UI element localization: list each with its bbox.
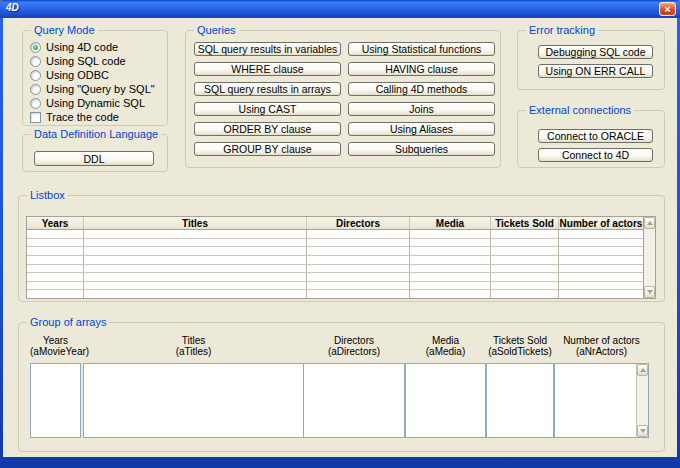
table-row[interactable]	[27, 230, 643, 239]
button-sql-query-results-in-arrays[interactable]: SQL query results in arrays	[194, 82, 341, 96]
scroll-track[interactable]	[644, 229, 655, 286]
table-cell	[84, 282, 307, 290]
column-header-media[interactable]: Media	[410, 217, 491, 229]
table-cell	[27, 239, 84, 247]
table-cell	[559, 239, 643, 247]
column-header-titles[interactable]: Titles	[84, 217, 307, 229]
radio-button-icon[interactable]	[30, 84, 41, 95]
button-having-clause[interactable]: HAVING clause	[348, 62, 495, 76]
scroll-down-button[interactable]	[644, 286, 655, 298]
table-cell	[410, 282, 491, 290]
table-cell	[410, 290, 491, 298]
scroll-track[interactable]	[637, 376, 648, 425]
button-debugging-sql-code[interactable]: Debugging SQL code	[538, 45, 653, 59]
scroll-up-button[interactable]	[644, 217, 655, 229]
listbox-group-label: Listbox	[27, 189, 68, 201]
radio-label: Using Dynamic SQL	[46, 97, 145, 109]
radio-using-dynamic-sql[interactable]: Using Dynamic SQL	[30, 96, 163, 110]
table-row[interactable]	[27, 290, 643, 298]
array-listbox-tickets-sold[interactable]	[486, 363, 554, 438]
titlebar[interactable]: 4D ×	[0, 0, 680, 18]
table-cell	[27, 247, 84, 255]
table-cell	[491, 247, 559, 255]
listbox-vertical-scrollbar[interactable]	[643, 217, 655, 298]
array-listbox-titles[interactable]	[83, 363, 304, 438]
table-row[interactable]	[27, 247, 643, 256]
table-cell	[307, 282, 410, 290]
checkbox-icon[interactable]	[30, 112, 41, 123]
button-joins[interactable]: Joins	[348, 102, 495, 116]
radio-button-icon[interactable]	[30, 98, 41, 109]
table-cell	[559, 230, 643, 238]
ddl-button[interactable]: DDL	[34, 151, 154, 166]
query-mode-group-label: Query Mode	[31, 24, 98, 36]
table-row[interactable]	[27, 239, 643, 248]
radio-using-sql-code[interactable]: Using SQL code	[30, 54, 163, 68]
column-header-directors[interactable]: Directors	[307, 217, 410, 229]
arrow-up-icon	[647, 221, 653, 225]
table-cell	[27, 290, 84, 298]
scroll-down-button[interactable]	[637, 425, 648, 437]
table-cell	[410, 273, 491, 281]
array-variable-name: (aSoldTickets)	[486, 346, 554, 357]
radio-button-icon[interactable]	[30, 70, 41, 81]
group-of-arrays-group: Group of arrays Years (aMovieYear) Title…	[18, 322, 665, 452]
button-using-statistical-functions[interactable]: Using Statistical functions	[348, 42, 495, 56]
scroll-up-button[interactable]	[637, 364, 648, 376]
column-header-tickets-sold[interactable]: Tickets Sold	[491, 217, 559, 229]
button-using-aliases[interactable]: Using Aliases	[348, 122, 495, 136]
array-vertical-scrollbar[interactable]	[636, 364, 648, 437]
button-order-by-clause[interactable]: ORDER BY clause	[194, 122, 341, 136]
button-connect-to-4d[interactable]: Connect to 4D	[538, 148, 653, 162]
array-header-years: Years (aMovieYear)	[30, 335, 81, 357]
button-where-clause[interactable]: WHERE clause	[194, 62, 341, 76]
table-row[interactable]	[27, 256, 643, 265]
table-cell	[559, 265, 643, 273]
radio-using-odbc[interactable]: Using ODBC	[30, 68, 163, 82]
close-button[interactable]: ×	[659, 2, 676, 16]
table-cell	[410, 239, 491, 247]
queries-row: Using CAST Joins	[194, 102, 495, 116]
external-connections-group: External connections Connect to ORACLE C…	[517, 110, 665, 168]
radio-button-icon[interactable]	[30, 42, 41, 53]
button-subqueries[interactable]: Subqueries	[348, 142, 495, 156]
array-listbox-media[interactable]	[405, 363, 486, 438]
radio-using-query-by-sql[interactable]: Using "Query by SQL"	[30, 82, 163, 96]
array-listbox-years[interactable]	[30, 363, 81, 438]
array-listbox-directors[interactable]	[303, 363, 405, 438]
table-cell	[307, 290, 410, 298]
radio-using-4d-code[interactable]: Using 4D code	[30, 40, 163, 54]
table-cell	[27, 230, 84, 238]
table-cell	[27, 282, 84, 290]
close-icon: ×	[664, 4, 670, 14]
checkbox-trace-the-code[interactable]: Trace the code	[30, 110, 163, 124]
button-connect-to-oracle[interactable]: Connect to ORACLE	[538, 129, 653, 143]
listbox-group: Listbox Years Titles Directors Media Tic…	[18, 195, 665, 302]
button-using-cast[interactable]: Using CAST	[194, 102, 341, 116]
array-title: Media	[405, 335, 486, 346]
table-row[interactable]	[27, 265, 643, 274]
table-row[interactable]	[27, 273, 643, 282]
queries-group: Queries SQL query results in variables U…	[185, 30, 501, 168]
queries-row: WHERE clause HAVING clause	[194, 62, 495, 76]
queries-row: SQL query results in variables Using Sta…	[194, 42, 495, 56]
table-cell	[491, 265, 559, 273]
table-cell	[307, 256, 410, 264]
button-calling-4d-methods[interactable]: Calling 4D methods	[348, 82, 495, 96]
table-cell	[84, 290, 307, 298]
table-row[interactable]	[27, 282, 643, 291]
table-cell	[559, 256, 643, 264]
array-variable-name: (aTitles)	[83, 346, 304, 357]
button-group-by-clause[interactable]: GROUP BY clause	[194, 142, 341, 156]
table-cell	[410, 256, 491, 264]
array-header-tickets-sold: Tickets Sold (aSoldTickets)	[486, 335, 554, 357]
column-header-number-of-actors[interactable]: Number of actors	[559, 217, 643, 229]
radio-button-icon[interactable]	[30, 56, 41, 67]
table-cell	[491, 282, 559, 290]
button-using-on-err-call[interactable]: Using ON ERR CALL	[538, 64, 653, 78]
external-connections-group-label: External connections	[526, 104, 634, 116]
column-header-years[interactable]: Years	[27, 217, 84, 229]
table-cell	[84, 247, 307, 255]
button-sql-query-results-in-variables[interactable]: SQL query results in variables	[194, 42, 341, 56]
array-listbox-number-of-actors[interactable]	[554, 363, 649, 438]
